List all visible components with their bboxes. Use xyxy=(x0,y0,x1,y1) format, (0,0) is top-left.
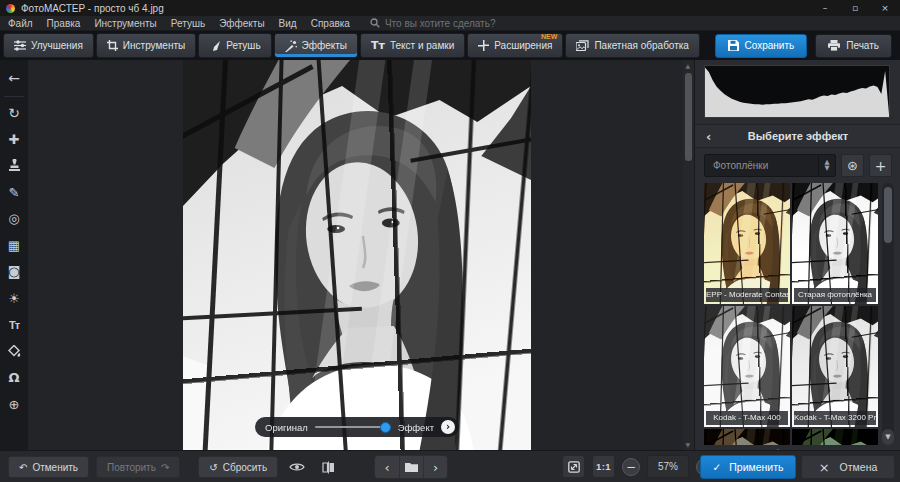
dropdown-spinner[interactable]: ▲ ▼ xyxy=(818,155,835,176)
redo-icon: ↷ xyxy=(161,462,169,473)
tab-text-frames[interactable]: Tт Текст и рамки xyxy=(360,33,465,58)
canvas-scrollbar[interactable]: ▲ ▼ xyxy=(683,60,694,450)
menu-effects[interactable]: Эффекты xyxy=(219,18,264,29)
effect-tile-tmax400[interactable]: Kodak - T-Max 400 xyxy=(704,306,790,427)
effects-scroll-down-button[interactable]: ▼ xyxy=(882,429,894,445)
save-button[interactable]: Сохранить xyxy=(715,34,808,58)
magnet-icon[interactable]: Ω xyxy=(2,366,26,390)
apply-button[interactable]: ✓ Применить xyxy=(700,455,796,479)
add-effect-button[interactable]: + xyxy=(869,154,892,177)
effect-tile-old-film[interactable]: Старая фотоплёнка xyxy=(792,183,878,304)
x-icon: × xyxy=(819,460,830,475)
new-badge: NEW xyxy=(541,33,557,40)
title-bar: ФотоМАСТЕР - просто чб 4.jpg – ▫ × xyxy=(0,0,900,16)
search-icon xyxy=(370,18,380,28)
menu-file[interactable]: Файл xyxy=(8,18,33,29)
print-button[interactable]: Печать xyxy=(815,34,892,58)
radial-filter-icon[interactable]: ◎ xyxy=(2,207,26,231)
fit-screen-icon xyxy=(568,461,580,473)
histogram-shape xyxy=(705,68,889,117)
fit-to-screen-button[interactable] xyxy=(562,455,585,478)
panel-back-chevron-icon[interactable]: ‹ xyxy=(706,129,711,144)
texture-icon[interactable]: ▦ xyxy=(2,233,26,257)
next-photo-button[interactable]: › xyxy=(423,456,447,478)
folder-icon xyxy=(405,462,418,472)
maximize-button[interactable]: ▫ xyxy=(840,0,870,16)
zoom-out-button[interactable]: − xyxy=(622,458,640,476)
tab-extensions[interactable]: NEW Расширения xyxy=(467,33,563,58)
effect-tile-partial[interactable] xyxy=(704,429,790,445)
menu-help[interactable]: Справка xyxy=(311,18,350,29)
cancel-button[interactable]: × Отмена xyxy=(801,455,895,479)
before-after-icon xyxy=(322,461,335,474)
tab-enhancements[interactable]: Улучшения xyxy=(3,33,94,58)
undo-icon: ↶ xyxy=(19,462,27,473)
menu-bar: Файл Правка Инструменты Ретушь Эффекты В… xyxy=(0,16,900,31)
tab-retouch[interactable]: Ретушь xyxy=(198,33,271,58)
tab-tools[interactable]: Инструменты xyxy=(96,33,196,58)
effect-label: Kodak - T-Max 3200 Pr... xyxy=(794,411,876,425)
undo-button[interactable]: ↶ Отменить xyxy=(8,456,89,478)
histogram xyxy=(704,65,890,118)
original-label: Оригинал xyxy=(265,422,308,433)
close-button[interactable]: × xyxy=(870,0,900,16)
photo-canvas[interactable]: Оригинал Эффект › ▲ ▼ xyxy=(28,60,694,450)
reset-icon: ↺ xyxy=(209,462,217,473)
batch-icon xyxy=(576,40,589,51)
effects-scrollbar-thumb[interactable] xyxy=(884,187,892,243)
effects-header-title: Выберите эффект xyxy=(748,130,848,142)
photomaster-window: ФотоМАСТЕР - просто чб 4.jpg – ▫ × Файл … xyxy=(0,0,900,482)
compare-knob[interactable] xyxy=(380,422,391,433)
tab-batch-processing[interactable]: Пакетная обработка xyxy=(565,33,700,58)
menu-tools[interactable]: Инструменты xyxy=(94,18,156,29)
split-view-button[interactable] xyxy=(316,456,340,478)
prev-photo-button[interactable]: ‹ xyxy=(375,456,399,478)
effects-header: ‹ Выберите эффект xyxy=(695,124,900,148)
brush-icon[interactable]: ✎ xyxy=(2,180,26,204)
zoom-level[interactable]: 57% xyxy=(647,455,689,478)
category-value: Фотоплёнки xyxy=(705,160,818,171)
scroll-up-icon[interactable]: ▲ xyxy=(686,62,691,69)
eye-icon xyxy=(289,462,305,472)
rotate-icon[interactable]: ↻ xyxy=(2,101,26,125)
printer-icon xyxy=(828,40,840,51)
reset-button[interactable]: ↺ Сбросить xyxy=(198,456,278,478)
vignette-icon[interactable]: ◙ xyxy=(2,260,26,284)
compare-play-button[interactable]: › xyxy=(441,420,455,434)
compare-track[interactable] xyxy=(315,426,391,428)
effect-tile-epp[interactable]: EPP - Moderate Contas... xyxy=(704,183,790,304)
menu-edit[interactable]: Правка xyxy=(47,18,81,29)
effects-list: EPP - Moderate Contas... Старая фотоплён… xyxy=(704,183,878,445)
tab-effects[interactable]: Эффекты xyxy=(274,33,358,58)
glow-icon[interactable]: ☀ xyxy=(2,286,26,310)
search-placeholder: Что вы хотите сделать? xyxy=(385,18,496,29)
canvas-scrollbar-thumb[interactable] xyxy=(685,73,692,161)
minimize-button[interactable]: – xyxy=(810,0,840,16)
redo-button[interactable]: Повторить ↷ xyxy=(96,456,180,478)
edited-photo xyxy=(183,60,531,450)
healing-patch-icon[interactable]: ✚ xyxy=(2,127,26,151)
zoom-1to1-button[interactable]: 1:1 xyxy=(592,455,615,478)
floppy-icon xyxy=(728,40,739,51)
show-original-eye-button[interactable] xyxy=(285,456,309,478)
plus-icon xyxy=(478,40,489,51)
film-reel-button[interactable]: ⊛ xyxy=(841,154,864,177)
zoom-controls: 1:1 − 57% + xyxy=(562,455,714,478)
clone-stamp-icon[interactable] xyxy=(2,154,26,178)
fill-bucket-icon[interactable] xyxy=(2,339,26,363)
check-icon: ✓ xyxy=(712,461,721,473)
effect-tile-tmax3200[interactable]: Kodak - T-Max 3200 Pr... xyxy=(792,306,878,427)
menu-view[interactable]: Вид xyxy=(279,18,297,29)
category-dropdown[interactable]: Фотоплёнки ▲ ▼ xyxy=(704,154,836,177)
text-tool-icon[interactable]: Tт xyxy=(2,313,26,337)
scroll-down-icon[interactable]: ▼ xyxy=(686,441,691,448)
search-field[interactable]: Что вы хотите сделать? xyxy=(370,18,496,29)
open-folder-button[interactable] xyxy=(399,456,423,478)
effect-tile-partial[interactable] xyxy=(792,429,878,445)
crop-icon xyxy=(107,40,118,51)
menu-retouch[interactable]: Ретушь xyxy=(171,18,205,29)
effect-label: Старая фотоплёнка xyxy=(794,288,876,302)
effects-scrollbar[interactable]: ▼ xyxy=(882,183,894,445)
back-icon[interactable]: ← xyxy=(2,66,26,90)
globe-icon[interactable]: ⊕ xyxy=(2,392,26,416)
